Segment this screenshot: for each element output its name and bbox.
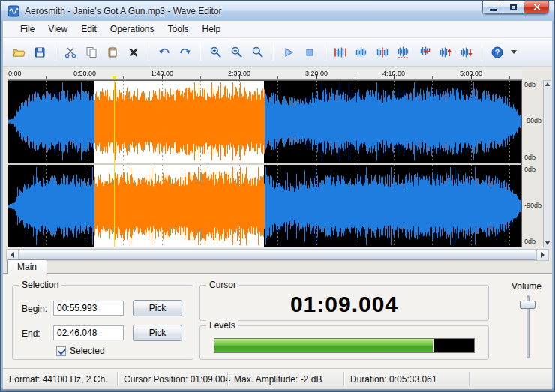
wave-mark-button[interactable] — [394, 43, 413, 62]
selection-group-title: Selection — [19, 280, 62, 290]
toolbar-separator — [148, 43, 149, 61]
level-meter-fill — [214, 339, 433, 352]
menu-operations[interactable]: Operations — [104, 22, 161, 37]
waveform-icon — [355, 46, 368, 59]
scroll-down-icon[interactable] — [545, 241, 550, 245]
clipboard-icon — [106, 46, 119, 59]
window-title: Aerosmith - Janie's Got A Gun.mp3 - Wave… — [25, 6, 222, 16]
menu-edit[interactable]: Edit — [74, 22, 104, 37]
open-button[interactable] — [9, 43, 28, 62]
volume-label: Volume — [496, 281, 555, 292]
end-label: End: — [22, 328, 40, 339]
close-button[interactable] — [524, 1, 549, 14]
selected-checkbox[interactable] — [56, 346, 66, 356]
pick-end-button[interactable]: Pick — [133, 325, 182, 341]
pick-begin-button[interactable]: Pick — [133, 300, 182, 316]
paste-button[interactable] — [103, 43, 122, 62]
cursor-groupbox: Cursor 01:09.004 — [200, 285, 489, 321]
svg-text:?: ? — [495, 47, 500, 56]
close-icon — [532, 3, 541, 11]
app-icon — [8, 5, 20, 17]
status-divider — [469, 372, 470, 386]
volume-slider-thumb[interactable] — [520, 301, 536, 309]
floppy-disk-icon — [33, 46, 46, 59]
redo-arrow-icon — [178, 46, 192, 59]
wave-marker-up-button[interactable] — [436, 43, 455, 62]
wave-view-all-button[interactable] — [352, 43, 371, 62]
status-format: Format: 44100 Hz, 2 Ch. — [3, 369, 117, 389]
waveform-split-icon — [376, 46, 389, 59]
status-bar: Format: 44100 Hz, 2 Ch. Cursor Position:… — [3, 368, 552, 389]
copy-icon — [85, 46, 98, 59]
menu-view[interactable]: View — [41, 22, 74, 37]
begin-time-input[interactable] — [53, 301, 124, 316]
undo-button[interactable] — [154, 43, 174, 62]
wave-cursor-left-button[interactable] — [415, 43, 434, 62]
status-max-amplitude: Max. Amplitude: -2 dB — [228, 369, 344, 389]
cursor-group-title: Cursor — [206, 280, 239, 290]
level-meter-peak-marker — [433, 339, 434, 352]
waveform-arrow-down-icon — [460, 46, 473, 59]
help-button[interactable]: ? — [488, 43, 507, 62]
window-controls — [482, 1, 549, 14]
scroll-right-icon — [541, 252, 544, 258]
vertical-zoom-scrollbar[interactable] — [543, 80, 551, 247]
waveform-canvas[interactable] — [8, 69, 522, 247]
selected-checkbox-label: Selected — [70, 346, 105, 356]
horizontal-scrollbar[interactable] — [6, 249, 549, 261]
stop-icon — [303, 46, 316, 59]
toolbar-separator — [325, 43, 326, 61]
scroll-left-button[interactable] — [7, 250, 19, 260]
save-button[interactable] — [30, 43, 50, 62]
menu-help[interactable]: Help — [196, 22, 228, 37]
stop-button[interactable] — [300, 43, 320, 62]
levels-group-title: Levels — [206, 320, 238, 331]
title-bar: Aerosmith - Janie's Got A Gun.mp3 - Wave… — [1, 1, 554, 21]
folder-open-icon — [12, 46, 26, 59]
copy-button[interactable] — [82, 43, 101, 62]
wave-marker-down-button[interactable] — [457, 43, 476, 62]
scroll-right-button[interactable] — [536, 250, 548, 260]
wave-selection-button[interactable] — [331, 43, 350, 62]
play-icon — [282, 46, 296, 59]
delete-button[interactable] — [124, 43, 143, 62]
waveform-arrow-down-left-icon — [418, 46, 431, 59]
status-duration: Duration: 0:05:33.061 — [344, 369, 469, 389]
tab-main[interactable]: Main — [7, 259, 47, 274]
level-meter — [214, 338, 475, 353]
menu-tools[interactable]: Tools — [161, 22, 196, 37]
waveform-red-dashes-icon — [397, 46, 410, 59]
redo-button[interactable] — [176, 43, 195, 62]
minimize-button[interactable] — [482, 1, 503, 14]
scroll-up-icon[interactable] — [545, 82, 550, 86]
minimize-icon — [490, 9, 496, 11]
toolbar-options-dropdown[interactable] — [508, 43, 519, 62]
maximize-button[interactable] — [503, 1, 524, 14]
toolbar-separator — [273, 43, 274, 61]
waveform-arrow-up-icon — [439, 46, 452, 59]
end-time-input[interactable] — [53, 325, 124, 340]
zoom-reset-button[interactable] — [248, 43, 268, 62]
wave-split-button[interactable] — [373, 43, 392, 62]
zoom-out-button[interactable] — [227, 43, 247, 62]
status-cursor-position: Cursor Position: 01:09.004 — [118, 369, 227, 389]
horizontal-scrollbar-thumb[interactable] — [19, 250, 536, 260]
toolbar-separator — [200, 43, 201, 61]
delete-x-icon — [127, 46, 140, 59]
maximize-icon — [510, 4, 517, 10]
play-button[interactable] — [279, 43, 298, 62]
cursor-position-readout: 01:09.004 — [200, 292, 488, 317]
zoom-in-button[interactable] — [206, 43, 226, 62]
wave-editor-window: Aerosmith - Janie's Got A Gun.mp3 - Wave… — [0, 0, 555, 392]
magnifier-icon — [251, 46, 265, 59]
undo-arrow-icon — [158, 46, 171, 59]
magnifier-minus-icon — [230, 46, 244, 59]
begin-label: Begin: — [22, 304, 47, 314]
help-icon: ? — [490, 46, 504, 59]
menu-file[interactable]: File — [14, 22, 41, 37]
cut-button[interactable] — [61, 43, 80, 62]
toolbar-separator — [55, 43, 56, 61]
toolbar: ? — [3, 38, 552, 67]
scroll-left-icon — [10, 252, 14, 258]
selection-groupbox: Selection Begin: Pick End: Pick Selected — [12, 285, 194, 360]
